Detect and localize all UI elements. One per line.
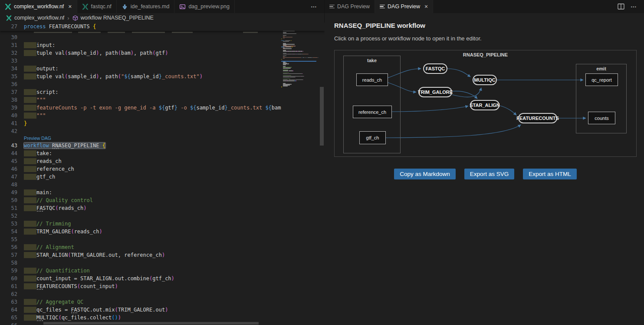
code-line: 54 TRIM_GALORE(reads_ch) (0, 228, 325, 235)
line-number: 46 (0, 165, 17, 173)
tab-bar-spacer (235, 0, 311, 13)
code-line: 41} (0, 119, 325, 127)
dag-node-trim-galore[interactable]: TRIM_GALORE (418, 87, 452, 97)
export-buttons: Copy as Markdown Export as SVG Export as… (334, 169, 637, 179)
breadcrumb-file[interactable]: complex_workflow.nf (14, 15, 64, 21)
more-actions-icon[interactable]: ⋯ (311, 3, 317, 10)
dag-node-reads-ch[interactable]: reads_ch (356, 73, 388, 86)
code-line: 57 STAR_ALIGN(TRIM_GALORE.out, reference… (0, 251, 325, 259)
line-number: 42 (0, 127, 17, 135)
dag-node-star-align[interactable]: STAR_ALIGN (470, 100, 499, 110)
line-number: 61 (0, 282, 17, 290)
line-number: 62 (0, 290, 17, 298)
line-number: 53 (0, 220, 17, 228)
code-line: 58 (0, 259, 325, 267)
nextflow-icon (6, 15, 12, 21)
code-line: 56 // Alignment (0, 243, 325, 251)
tab-bar-spacer (433, 0, 618, 13)
tab-label: ide_features.md (131, 3, 170, 10)
code-line: 33 (0, 57, 325, 65)
more-actions-icon[interactable]: ⋯ (631, 3, 637, 10)
editor-group-right: DAG Preview DAG Preview × ⋯ RNASEQ_PIPEL… (325, 0, 644, 325)
dag-node-counts[interactable]: counts (588, 112, 615, 124)
code-line: 44 take: (0, 149, 325, 157)
dag-preview-panel: RNASEQ_PIPELINE workflow Click on a proc… (325, 13, 644, 325)
dag-node-multiqc[interactable]: MULTIQC (473, 75, 497, 85)
code-line: 60 count_input = STAR_ALIGN.out.combine(… (0, 275, 325, 282)
code-line: 50 // Quality control (0, 196, 325, 204)
tab-label: DAG Preview (388, 3, 420, 10)
line-number: 44 (0, 149, 17, 157)
code-line: 63 // Aggregate QC (0, 298, 325, 306)
line-number: 60 (0, 275, 17, 282)
code-line: 31 input: (0, 41, 325, 49)
code-line: 61 FEATURECOUNTS(count_input) (0, 282, 325, 290)
tab-label: fastqc.nf (91, 3, 112, 10)
line-number: 66 (0, 322, 17, 325)
close-icon[interactable]: × (424, 3, 428, 10)
horizontal-scrollbar[interactable] (43, 322, 259, 325)
left-tab-bar: complex_workflow.nf × fastqc.nf ide_feat… (0, 0, 324, 13)
emit-label: emit (576, 66, 626, 71)
code-line: 64 qc_files = FASTQC.out.mix(TRIM_GALORE… (0, 306, 325, 314)
panel-title: RNASEQ_PIPELINE workflow (334, 22, 634, 29)
line-number: 55 (0, 235, 17, 243)
line-number: 47 (0, 173, 17, 181)
code-line: 52 (0, 212, 325, 220)
code-line: 65 MULTIQC(qc_files.collect()) (0, 314, 325, 322)
sticky-scroll-line[interactable]: 27process FEATURECOUNTS { (0, 23, 325, 31)
vertical-scrollbar[interactable] (320, 87, 324, 146)
tab-dag-preview-inactive[interactable]: DAG Preview (325, 0, 375, 13)
code-line: 46 reference_ch (0, 165, 325, 173)
line-number: 51 (0, 204, 17, 212)
tab-fastqc[interactable]: fastqc.nf (77, 0, 117, 13)
close-icon[interactable]: × (68, 3, 72, 10)
line-number: 36 (0, 80, 17, 88)
dag-node-qc-report[interactable]: qc_report (585, 73, 618, 86)
export-as-svg-button[interactable]: Export as SVG (464, 169, 514, 179)
dag-node-featurecounts[interactable]: FEATURECOUNTS (518, 113, 557, 123)
dag-node-gtf-ch[interactable]: gtf_ch (359, 131, 386, 144)
dag-node-reference-ch[interactable]: reference_ch (353, 106, 392, 118)
line-number: 40 (0, 112, 17, 119)
line-number: 58 (0, 259, 17, 267)
line-number: 65 (0, 314, 17, 322)
right-tab-bar: DAG Preview DAG Preview × ⋯ (325, 0, 644, 13)
line-number: 52 (0, 212, 17, 220)
code-line: 30 (0, 33, 325, 41)
tab-ide-features[interactable]: ide_features.md (117, 0, 175, 13)
tab-dag-preview-png[interactable]: dag_preview.png (174, 0, 235, 13)
codelens-preview-dag[interactable]: Preview DAG (0, 135, 325, 142)
line-number: 32 (0, 49, 17, 57)
code-line: 59 // Quantification (0, 267, 325, 275)
code-line: 36 (0, 80, 325, 88)
minimap[interactable] (281, 23, 319, 323)
code-line: 45 reads_ch (0, 157, 325, 165)
code-line: 49 main: (0, 189, 325, 196)
tab-dag-preview-active[interactable]: DAG Preview × (375, 0, 433, 13)
breadcrumb-symbol[interactable]: workflow RNASEQ_PIPELINE (81, 15, 154, 21)
dag-diagram: RNASEQ_PIPELINE (334, 50, 637, 157)
take-label: take (344, 58, 400, 63)
image-icon (179, 3, 186, 10)
line-number: 45 (0, 157, 17, 165)
line-number: 63 (0, 298, 17, 306)
code-line: 34 output: (0, 65, 325, 73)
export-as-html-button[interactable]: Export as HTML (523, 169, 577, 179)
split-editor-icon[interactable] (618, 3, 624, 10)
breadcrumb: complex_workflow.nf › workflow RNASEQ_PI… (0, 13, 324, 23)
tab-label: DAG Preview (337, 3, 370, 10)
symbol-cube-icon (72, 15, 78, 21)
code-line: 27process FEATURECOUNTS { (0, 23, 325, 30)
line-number: 54 (0, 228, 17, 235)
copy-as-markdown-button[interactable]: Copy as Markdown (394, 169, 456, 179)
dag-node-fastqc[interactable]: FASTQC (423, 63, 447, 74)
line-number: 30 (0, 33, 17, 41)
code-line: 38 """ (0, 96, 325, 104)
line-number: 33 (0, 57, 17, 65)
code-editor[interactable]: 27process FEATURECOUNTS { 3031 input:32 … (0, 23, 325, 325)
code-line: 48 (0, 181, 325, 189)
tab-complex-workflow[interactable]: complex_workflow.nf × (0, 0, 77, 13)
line-number: 43 (0, 142, 17, 149)
code-line: 53 // Trimming (0, 220, 325, 228)
